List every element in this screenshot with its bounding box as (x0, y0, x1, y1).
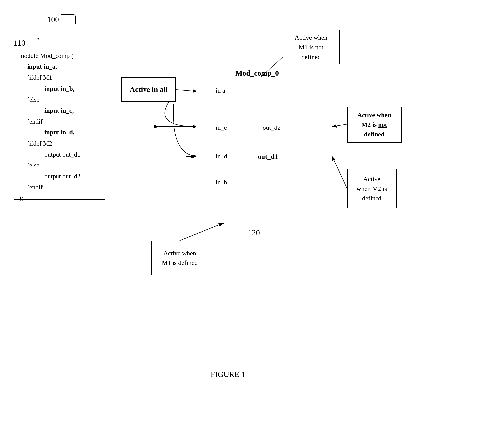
code-line-8: input in_d, (19, 127, 100, 138)
code-line-4: input in_b, (19, 83, 100, 94)
label-120: 120 (248, 228, 260, 237)
port-in-a: in a (216, 87, 225, 94)
active-m1-defined-box: Active whenM1 is defined (151, 241, 208, 275)
active-in-all-box: Active in all (121, 77, 176, 102)
active-m1-def-text: Active whenM1 is defined (162, 248, 198, 268)
code-line-7: `endif (19, 116, 100, 127)
code-line-5: `else (19, 94, 100, 105)
code-line-6: input in_c, (19, 105, 100, 116)
svg-line-2 (174, 89, 197, 91)
active-m2-not-text: Active whenM2 is notdefined (357, 110, 391, 139)
code-line-11: `else (19, 160, 100, 171)
code-line-12: output out_d2 (19, 171, 100, 182)
active-in-all-label: Active in all (130, 85, 168, 94)
figure-caption: FIGURE 1 (211, 370, 245, 379)
active-m1-not-text: Active whenM1 is notdefined (295, 33, 327, 62)
svg-line-5 (332, 156, 347, 189)
code-line-2: input in_a, (19, 61, 100, 72)
label-100: 100 (47, 15, 59, 24)
port-in-b: in_b (216, 179, 227, 186)
bracket-100 (61, 14, 76, 24)
code-line-1: module Mod_comp ( (19, 50, 100, 61)
bracket-110 (27, 38, 39, 47)
code-line-3: `ifdef M1 (19, 72, 100, 83)
code-line-10: output out_d1 (19, 149, 100, 160)
active-m2-defined-box: Activewhen M2 isdefined (347, 169, 397, 208)
port-in-d: in_d (216, 153, 227, 160)
module-box (196, 77, 332, 223)
port-out-d2: out_d2 (263, 124, 281, 131)
code-line-9: `ifdef M2 (19, 138, 100, 149)
active-m2-not-defined-box: Active whenM2 is notdefined (347, 107, 402, 143)
svg-line-4 (332, 124, 347, 127)
port-in-c: in_c (216, 124, 227, 131)
code-box: module Mod_comp ( input in_a, `ifdef M1 … (14, 46, 105, 200)
mod-comp-0-label: Mod_comp_0 (235, 69, 279, 77)
code-line-14: ); (19, 193, 100, 204)
svg-line-6 (180, 223, 223, 241)
diagram-container: 100 110 module Mod_comp ( input in_a, `i… (0, 0, 494, 448)
port-out-d1: out_d1 (258, 153, 278, 160)
active-m1-not-defined-box: Active whenM1 is notdefined (283, 30, 340, 64)
active-m2-def-text: Activewhen M2 isdefined (357, 174, 387, 203)
code-line-13: `endif (19, 182, 100, 193)
